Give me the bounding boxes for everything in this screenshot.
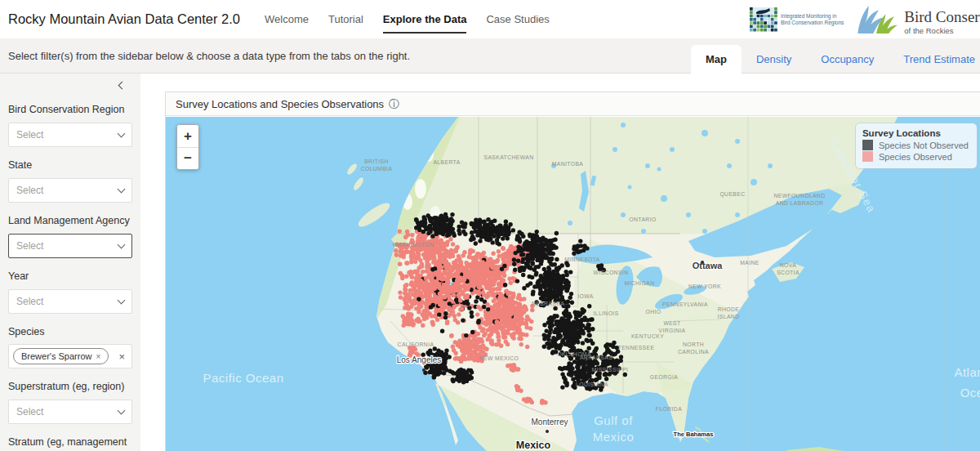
map-label: CALIFORNIA bbox=[398, 342, 434, 347]
filter-group: Superstratum (eg, region)Select bbox=[8, 380, 132, 424]
map-label: MAINE bbox=[740, 260, 760, 266]
map-canvas[interactable]: BRITISHCOLUMBIAALBERTASASKATCHEWANMANITO… bbox=[166, 117, 980, 451]
tab-map[interactable]: Map bbox=[691, 45, 742, 74]
map-label: ONTARIO bbox=[629, 217, 656, 222]
filter-label: State bbox=[8, 159, 132, 172]
zoom-in-button[interactable]: + bbox=[177, 125, 198, 147]
map-label: Mexico bbox=[593, 430, 635, 444]
select-superstratum-eg-region-[interactable]: Select bbox=[8, 400, 132, 424]
legend-title: Survey Locations bbox=[862, 128, 969, 138]
map-label: NOVA bbox=[780, 262, 796, 268]
map-label: The Bahamas bbox=[674, 431, 714, 438]
app-window: Rocky Mountain Avian Data Center 2.0 Wel… bbox=[0, 0, 980, 451]
map-label: NEW YORK bbox=[688, 284, 721, 289]
toolbar: Select filter(s) from the sidebar below … bbox=[0, 38, 980, 74]
tab-occupancy[interactable]: Occupancy bbox=[806, 45, 889, 74]
map-label: AND LABRADOR bbox=[776, 200, 823, 206]
imbcr-logo: Integrated Monitoring in Bird Conservati… bbox=[750, 7, 844, 33]
selected-species-chip[interactable]: Brewer's Sparrow× bbox=[13, 348, 109, 364]
map-label: ISLAND bbox=[718, 314, 740, 319]
select-bird-conservation-region[interactable]: Select bbox=[8, 123, 132, 147]
chevron-down-icon bbox=[118, 240, 126, 248]
chevron-down-icon bbox=[118, 296, 126, 304]
species-multiselect[interactable]: Brewer's Sparrow×× bbox=[8, 344, 132, 368]
map-label: NEWFOUNDLAND bbox=[774, 193, 826, 199]
map-label: MANITOBA bbox=[552, 161, 584, 167]
filter-group: SpeciesBrewer's Sparrow×× bbox=[8, 325, 132, 369]
map-label: RHODE bbox=[718, 306, 740, 312]
map-label: NEW MEXICO bbox=[479, 355, 519, 361]
filter-group: YearSelect bbox=[8, 270, 132, 314]
main-nav: WelcomeTutorialExplore the DataCase Stud… bbox=[265, 10, 550, 29]
map-label: WASHINGTON bbox=[393, 242, 434, 248]
select-placeholder: Select bbox=[16, 406, 43, 418]
map-legend: Survey Locations Species Not ObservedSpe… bbox=[856, 123, 977, 168]
nav-item-case-studies[interactable]: Case Studies bbox=[486, 10, 549, 29]
bird-wings-icon bbox=[857, 4, 899, 35]
tab-density[interactable]: Density bbox=[742, 45, 806, 74]
clear-field-icon[interactable]: × bbox=[118, 351, 125, 363]
nav-item-explore-the-data[interactable]: Explore the Data bbox=[383, 10, 467, 29]
map-panel-header: Survey Locations and Species Observation… bbox=[166, 92, 980, 116]
filter-label: Superstratum (eg, region) bbox=[8, 380, 132, 394]
map-label: Ottawa bbox=[693, 261, 724, 270]
map-label: OKLAHOMA bbox=[557, 351, 591, 357]
header: Rocky Mountain Avian Data Center 2.0 Wel… bbox=[0, 0, 980, 38]
map-label: WEST bbox=[663, 320, 680, 326]
filter-list: Bird Conservation RegionSelectStateSelec… bbox=[8, 103, 132, 451]
chip-remove-icon[interactable]: × bbox=[96, 352, 100, 361]
map-panel: Survey Locations and Species Observation… bbox=[165, 92, 980, 451]
legend-label: Species Not Observed bbox=[879, 141, 969, 150]
map-label: QUEBEC bbox=[719, 191, 745, 198]
sidebar-collapse-button[interactable] bbox=[116, 80, 127, 92]
map-label: MISSISSIPPI bbox=[592, 367, 629, 373]
nav-item-welcome[interactable]: Welcome bbox=[265, 10, 309, 29]
zoom-out-button[interactable]: − bbox=[177, 147, 198, 169]
filter-sidebar: Bird Conservation RegionSelectStateSelec… bbox=[0, 74, 140, 451]
chevron-left-icon bbox=[118, 82, 126, 90]
map-label: MINNESOTA bbox=[564, 257, 600, 262]
legend-swatch bbox=[862, 151, 873, 162]
select-placeholder: Select bbox=[16, 296, 43, 307]
bird-conservancy-logo: Bird Conservancy of the Rockies bbox=[857, 4, 980, 35]
map-label: Gulf of bbox=[594, 413, 633, 427]
filter-label: Bird Conservation Region bbox=[8, 103, 132, 117]
app-title: Rocky Mountain Avian Data Center 2.0 bbox=[8, 11, 240, 27]
map-label: KENTUCKY bbox=[631, 333, 664, 339]
map-label: WISCONSIN bbox=[594, 270, 629, 275]
map-label: SASKATCHEWAN bbox=[483, 154, 533, 160]
select-year[interactable]: Select bbox=[8, 289, 132, 314]
chip-label: Brewer's Sparrow bbox=[21, 351, 91, 361]
legend-item: Species Not Observed bbox=[862, 140, 969, 150]
map-label: Ocean bbox=[960, 386, 980, 400]
map-label: IOWA bbox=[577, 293, 594, 299]
map-label: OHIO bbox=[646, 309, 662, 315]
map-label: ALBERTA bbox=[433, 159, 460, 165]
bird-conservancy-name: Bird Conservancy bbox=[904, 9, 980, 25]
legend-label: Species Observed bbox=[879, 152, 952, 162]
tab-trend-estimate[interactable]: Trend Estimate bbox=[889, 45, 980, 74]
filter-label: Species bbox=[8, 325, 132, 339]
map-label: Atlantic bbox=[954, 365, 980, 379]
map-label: FLORIDA bbox=[656, 406, 682, 412]
select-placeholder: Select bbox=[16, 129, 43, 141]
select-placeholder: Select bbox=[16, 240, 43, 252]
map-label: Monterrey bbox=[531, 418, 568, 426]
map-label: LOUISIANA bbox=[576, 382, 608, 387]
info-icon[interactable]: ⓘ bbox=[389, 99, 399, 109]
data-type-tabs: MapDensityOccupancyTrend Estimate bbox=[691, 45, 980, 74]
logo-area: Integrated Monitoring in Bird Conservati… bbox=[750, 4, 980, 35]
map-label: ILLINOIS bbox=[593, 310, 618, 316]
filter-label: Land Management Agency bbox=[8, 214, 132, 228]
map-label: NORTH bbox=[683, 342, 704, 347]
select-state[interactable]: Select bbox=[8, 178, 132, 203]
filter-label: Stratum (eg, management unit) bbox=[8, 435, 132, 451]
legend-item: Species Observed bbox=[862, 151, 969, 162]
nav-item-tutorial[interactable]: Tutorial bbox=[328, 10, 363, 29]
select-land-management-agency[interactable]: Select bbox=[8, 234, 132, 258]
map-label: MICHIGAN bbox=[624, 280, 654, 286]
filter-group: Bird Conservation RegionSelect bbox=[8, 103, 132, 147]
instruction-text: Select filter(s) from the sidebar below … bbox=[8, 50, 410, 62]
main-content: Bird Conservation RegionSelectStateSelec… bbox=[0, 74, 980, 451]
filter-group: Stratum (eg, management unit)Select bbox=[8, 435, 132, 451]
